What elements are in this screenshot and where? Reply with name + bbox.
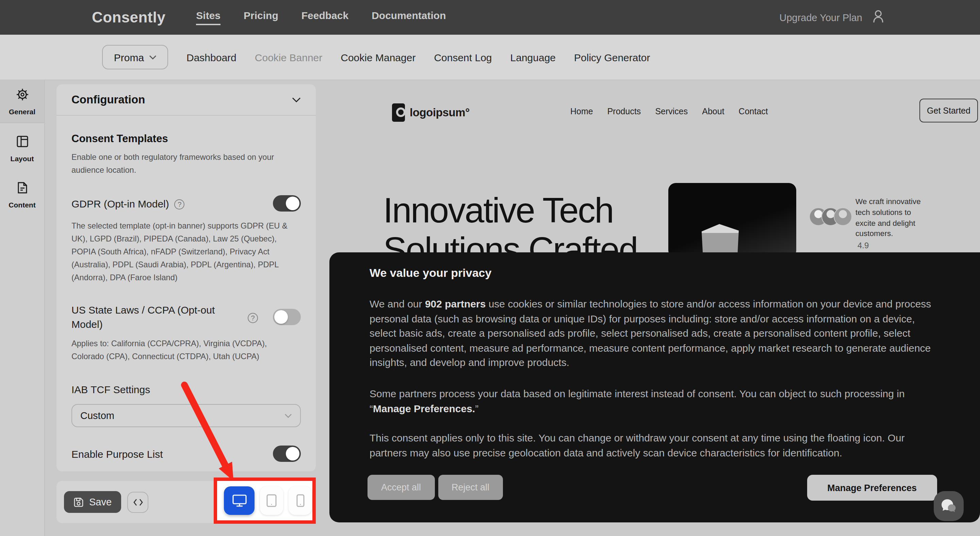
- workspace-tabs: Dashboard Cookie Banner Cookie Manager C…: [186, 51, 650, 63]
- hero-line-1: Innovative Tech: [383, 190, 637, 230]
- get-started-button[interactable]: Get Started: [920, 98, 978, 122]
- ccpa-label: US State Laws / CCPA (Opt-out Model): [72, 303, 218, 331]
- configuration-body: Consent Templates Enable one or both reg…: [56, 116, 316, 496]
- purpose-list-label: Enable Purpose List: [72, 448, 163, 460]
- gdpr-label: GDPR (Opt-in Model): [72, 198, 169, 209]
- purpose-list-row: Enable Purpose List: [72, 446, 301, 462]
- chevron-down-icon: [149, 55, 156, 60]
- save-label: Save: [89, 496, 111, 507]
- ccpa-row: US State Laws / CCPA (Opt-out Model) ?: [72, 303, 301, 331]
- preview-nav-about[interactable]: About: [702, 107, 724, 116]
- app-logo[interactable]: Consently: [92, 8, 165, 26]
- save-button[interactable]: Save: [64, 491, 121, 513]
- iab-tcf-select[interactable]: Custom: [72, 404, 301, 427]
- tablet-preview-button[interactable]: [260, 486, 283, 515]
- project-name: Proma: [114, 51, 144, 63]
- tab-language[interactable]: Language: [511, 51, 556, 63]
- configuration-panel: Configuration Consent Templates Enable o…: [56, 84, 316, 471]
- banner-title: We value your privacy: [369, 266, 936, 280]
- topbar: Consently Sites Pricing Feedback Documen…: [0, 0, 980, 35]
- desktop-preview-button[interactable]: [224, 486, 255, 515]
- device-preview-toolbar: [214, 477, 316, 524]
- preview-nav-home[interactable]: Home: [570, 107, 593, 116]
- mobile-preview-button[interactable]: [288, 486, 312, 515]
- accept-all-button[interactable]: Accept all: [368, 475, 434, 500]
- chevron-down-icon: [285, 413, 292, 418]
- banner-paragraph-2: Some partners process your data based on…: [369, 386, 936, 415]
- section-desc: Enable one or both regulatory frameworks…: [72, 151, 301, 177]
- help-icon[interactable]: ?: [248, 312, 258, 323]
- code-icon: [133, 498, 143, 506]
- embed-code-button[interactable]: [127, 492, 148, 512]
- iab-tcf-label: IAB TCF Settings: [72, 384, 301, 395]
- workspace-nav: Proma Dashboard Cookie Banner Cookie Man…: [0, 35, 980, 80]
- tab-dashboard[interactable]: Dashboard: [186, 51, 237, 63]
- gdpr-desc: The selected template (opt-in banner) su…: [72, 220, 301, 284]
- panel-title: Configuration: [72, 93, 292, 106]
- rating-value: 4.9: [858, 241, 869, 250]
- upgrade-plan-link[interactable]: Upgrade Your Plan: [780, 12, 862, 23]
- topnav-item-documentation[interactable]: Documentation: [372, 10, 446, 25]
- preview-logo: logoipsum°: [392, 103, 469, 121]
- chevron-down-icon: [292, 97, 301, 102]
- chat-widget-button[interactable]: [934, 491, 964, 521]
- app-root: Consently Sites Pricing Feedback Documen…: [0, 0, 980, 536]
- reject-all-button[interactable]: Reject all: [438, 475, 503, 500]
- avatar: [834, 208, 852, 226]
- ccpa-toggle[interactable]: [273, 309, 301, 325]
- help-icon[interactable]: ?: [175, 199, 185, 209]
- tablet-icon: [266, 494, 277, 507]
- hero-image: [668, 183, 796, 258]
- chat-icon: [940, 497, 958, 515]
- document-icon: [16, 181, 28, 197]
- preview-nav-services[interactable]: Services: [655, 107, 688, 116]
- ccpa-desc: Applies to: California (CCPA/CPRA), Virg…: [72, 338, 301, 363]
- app-logo-text: Consently: [92, 8, 165, 26]
- sidebar-item-label: Content: [8, 201, 35, 209]
- banner-paragraph-3: This consent applies only to this site. …: [369, 431, 936, 460]
- gdpr-row: GDPR (Opt-in Model) ?: [72, 195, 301, 211]
- layout-icon: [15, 135, 29, 151]
- preview-nav: Home Products Services About Contact: [570, 107, 768, 116]
- gdpr-toggle[interactable]: [273, 195, 301, 211]
- user-icon[interactable]: [872, 9, 885, 25]
- cookie-consent-banner: We value your privacy We and our 902 par…: [329, 252, 980, 522]
- tab-consent-log[interactable]: Consent Log: [434, 51, 492, 63]
- sidebar-item-layout[interactable]: Layout: [0, 127, 44, 170]
- sidebar-item-label: Layout: [11, 154, 34, 163]
- save-icon: [73, 497, 84, 507]
- project-selector[interactable]: Proma: [102, 45, 168, 70]
- section-title: Consent Templates: [72, 133, 301, 145]
- preview-nav-products[interactable]: Products: [608, 107, 641, 116]
- tab-cookie-manager[interactable]: Cookie Manager: [340, 51, 415, 63]
- topnav-item-sites[interactable]: Sites: [196, 10, 221, 25]
- logoipsum-mark-icon: [392, 103, 405, 121]
- sidebar-item-content[interactable]: Content: [0, 173, 44, 216]
- topnav-item-pricing[interactable]: Pricing: [243, 10, 278, 25]
- topnav-item-feedback[interactable]: Feedback: [301, 10, 348, 25]
- tab-policy-generator[interactable]: Policy Generator: [574, 51, 650, 63]
- purpose-list-toggle[interactable]: [273, 446, 301, 462]
- sidebar-item-label: General: [9, 108, 35, 116]
- settings-sidebar: General Layout Content: [0, 80, 45, 536]
- gear-icon: [15, 88, 29, 104]
- topbar-right: Upgrade Your Plan: [780, 9, 885, 25]
- preview-nav-contact[interactable]: Contact: [739, 107, 768, 116]
- testimonial-avatars: [809, 208, 852, 226]
- preview-header: logoipsum° Home Products Services About …: [392, 100, 902, 124]
- partners-count: 902 partners: [425, 298, 485, 309]
- testimonial-text: We craft innovative tech solutions to ex…: [856, 197, 928, 239]
- preview-logo-text: logoipsum°: [410, 106, 469, 119]
- manage-preferences-button[interactable]: Manage Preferences: [807, 475, 937, 501]
- configuration-header[interactable]: Configuration: [56, 84, 316, 116]
- banner-paragraph-1: We and our 902 partners use cookies or s…: [369, 297, 936, 370]
- tab-cookie-banner[interactable]: Cookie Banner: [255, 51, 322, 63]
- mobile-icon: [296, 494, 305, 507]
- topnav: Sites Pricing Feedback Documentation: [196, 10, 446, 25]
- iab-tcf-value: Custom: [80, 410, 285, 421]
- sidebar-item-general[interactable]: General: [0, 80, 44, 123]
- banner-buttons: Accept all Reject all Manage Preferences: [329, 475, 980, 501]
- desktop-icon: [232, 494, 247, 507]
